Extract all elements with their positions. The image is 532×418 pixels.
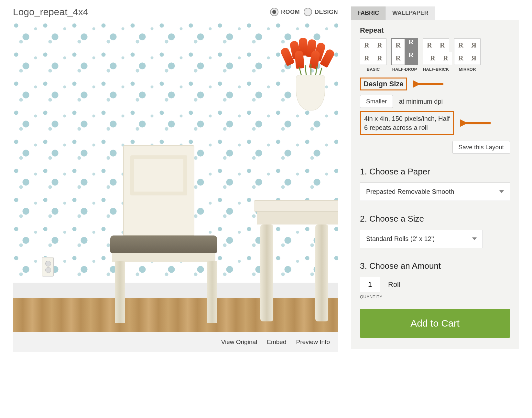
choose-amount-heading: 3. Choose an Amount: [360, 261, 510, 271]
size-select[interactable]: Standard Rolls (2' x 12'): [360, 230, 483, 248]
repeat-mirror-label: MIRROR: [454, 67, 481, 72]
repeat-half-drop-label: HALF-DROP: [391, 67, 418, 72]
paper-select[interactable]: Prepasted Removable Smooth: [360, 183, 510, 201]
repeat-mirror[interactable]: RR RR MIRROR: [454, 38, 481, 72]
chair-illustration: [97, 145, 214, 326]
design-size-highlight: Design Size: [360, 78, 407, 90]
tab-fabric[interactable]: FABRIC: [351, 6, 386, 20]
view-original-link[interactable]: View Original: [221, 339, 257, 346]
design-size-line2: 6 repeats across a roll: [364, 123, 450, 132]
arrow-annotation-icon: [460, 118, 492, 128]
product-title: Logo_repeat_4x4: [13, 6, 89, 17]
repeat-half-brick-label: HALF-BRICK: [423, 67, 449, 72]
preview-box: View Original Embed Preview Info: [13, 22, 338, 352]
choose-size-heading: 2. Choose a Size: [360, 214, 510, 224]
view-toggle: ROOM DESIGN: [270, 8, 338, 16]
dpi-note: at minimum dpi: [399, 98, 443, 105]
repeat-options: RRRR BASIC RR RR HALF-DROP RR RR HALF-BR…: [360, 38, 510, 72]
chevron-down-icon: [472, 237, 477, 240]
radio-icon: [304, 8, 312, 16]
choose-paper-heading: 1. Choose a Paper: [360, 167, 510, 177]
radio-icon: [270, 8, 278, 16]
design-size-line1: 4in x 4in, 150 pixels/inch, Half: [364, 114, 450, 123]
embed-link[interactable]: Embed: [267, 339, 286, 346]
vase-illustration: [289, 38, 328, 110]
product-tabs: FABRIC WALLPAPER: [351, 6, 519, 20]
preview-info-link[interactable]: Preview Info: [296, 339, 330, 346]
repeat-heading: Repeat: [360, 26, 510, 35]
table-illustration: [254, 149, 338, 323]
smaller-button[interactable]: Smaller: [360, 95, 393, 108]
quantity-unit: Roll: [388, 280, 400, 289]
repeat-half-brick[interactable]: RR RR HALF-BRICK: [423, 38, 449, 72]
wall-outlet: [42, 257, 54, 277]
quantity-input[interactable]: [360, 277, 380, 292]
repeat-half-drop[interactable]: RR RR HALF-DROP: [391, 38, 418, 72]
room-preview-image[interactable]: [13, 22, 338, 332]
view-room-label: ROOM: [281, 9, 300, 16]
chevron-down-icon: [499, 190, 504, 193]
add-to-cart-button[interactable]: Add to Cart: [360, 309, 510, 338]
repeat-basic-label: BASIC: [360, 67, 386, 72]
repeat-basic[interactable]: RRRR BASIC: [360, 38, 386, 72]
view-design-radio[interactable]: DESIGN: [304, 8, 338, 16]
arrow-annotation-icon: [413, 79, 445, 89]
size-select-value: Standard Rolls (2' x 12'): [366, 235, 435, 243]
save-layout-button[interactable]: Save this Layout: [452, 141, 510, 154]
design-size-info: 4in x 4in, 150 pixels/inch, Half 6 repea…: [360, 111, 454, 135]
view-room-radio[interactable]: ROOM: [270, 8, 300, 16]
design-size-label: Design Size: [364, 80, 403, 88]
paper-select-value: Prepasted Removable Smooth: [366, 188, 454, 195]
tab-wallpaper[interactable]: WALLPAPER: [386, 6, 435, 20]
quantity-caption: QUANTITY: [360, 294, 510, 299]
view-design-label: DESIGN: [315, 9, 338, 16]
